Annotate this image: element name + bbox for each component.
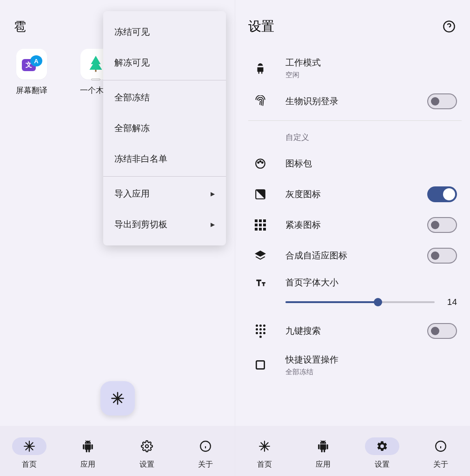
setting-compact[interactable]: 紧凑图标: [235, 210, 470, 240]
setting-label: 图标包: [285, 158, 457, 170]
dialpad-icon: [256, 324, 265, 338]
svg-rect-0: [95, 70, 97, 72]
help-button[interactable]: [441, 19, 457, 34]
chevron-right-icon: ▶: [211, 221, 215, 228]
svg-point-1: [145, 444, 148, 448]
freeze-fab[interactable]: [100, 381, 135, 416]
app-item-translate[interactable]: 文 A 屏幕翻译: [9, 49, 54, 96]
menu-freeze-nonwhitelist[interactable]: 冻结非白名单: [103, 144, 226, 174]
setting-label: 生物识别登录: [285, 95, 414, 107]
context-menu: 冻结可见 解冻可见 全部冻结 全部解冻 冻结非白名单 导入应用▶ 导出到剪切板▶: [103, 11, 226, 245]
setting-grayscale[interactable]: 灰度图标: [235, 179, 470, 210]
contrast-icon: [254, 188, 266, 200]
nav-label: 关于: [198, 460, 213, 469]
android-icon: [317, 440, 329, 452]
menu-import-apps[interactable]: 导入应用▶: [103, 178, 226, 209]
snowflake-icon: [23, 440, 35, 452]
layers-icon: [254, 250, 266, 262]
snowflake-icon: [258, 440, 271, 452]
info-icon: [199, 440, 212, 452]
menu-separator: [103, 80, 226, 80]
nav-apps[interactable]: 应用: [59, 437, 117, 469]
setting-biometric[interactable]: 生物识别登录: [235, 86, 470, 117]
setting-font-size[interactable]: 首页字体大小 14: [235, 271, 470, 316]
settings-list: 工作模式 空闲 生物识别登录 自定义 图标包 灰度图标: [235, 45, 470, 476]
info-icon: [435, 440, 447, 452]
nav-label: 应用: [80, 460, 95, 469]
setting-label: 九键搜索: [285, 325, 414, 337]
app-icon-translate: 文 A: [16, 49, 47, 79]
nav-settings[interactable]: 设置: [353, 437, 411, 469]
adaptive-toggle[interactable]: [427, 248, 457, 264]
setting-label: 首页字体大小: [285, 277, 457, 289]
grayscale-toggle[interactable]: [427, 186, 457, 202]
setting-sub: 空闲: [285, 71, 457, 79]
menu-export-clipboard[interactable]: 导出到剪切板▶: [103, 209, 226, 240]
menu-freeze-all[interactable]: 全部冻结: [103, 82, 226, 113]
left-pane: 雹 文 A 屏幕翻译 一个木函: [0, 0, 235, 476]
text-size-icon: [254, 277, 266, 289]
fingerprint-icon: [254, 95, 266, 107]
nav-apps[interactable]: 应用: [294, 437, 352, 469]
setting-label: 合成自适应图标: [285, 250, 414, 262]
compact-toggle[interactable]: [427, 217, 457, 233]
square-icon: [254, 359, 266, 371]
setting-label: 快捷设置操作: [285, 354, 457, 366]
nav-about[interactable]: 关于: [411, 437, 470, 469]
palette-icon: [254, 158, 266, 170]
font-size-value: 14: [443, 297, 457, 307]
nav-about[interactable]: 关于: [176, 437, 235, 469]
nav-label: 应用: [316, 460, 331, 469]
svg-point-10: [262, 162, 263, 163]
setting-label: 紧凑图标: [285, 219, 414, 231]
font-size-slider[interactable]: [285, 301, 435, 303]
menu-separator: [103, 176, 226, 177]
chevron-right-icon: ▶: [211, 191, 215, 197]
setting-label: 工作模式: [285, 57, 457, 69]
gear-filled-icon: [376, 440, 388, 452]
menu-unfreeze-all[interactable]: 全部解冻: [103, 113, 226, 144]
nav-label: 首页: [257, 460, 272, 469]
svg-point-9: [260, 161, 261, 162]
svg-point-8: [258, 162, 259, 163]
setting-adaptive[interactable]: 合成自适应图标: [235, 240, 470, 271]
nav-home[interactable]: 首页: [235, 437, 294, 469]
nav-label: 设置: [139, 460, 154, 469]
bottom-nav-right: 首页 应用 设置 关于: [235, 426, 470, 476]
setting-sub: 全部冻结: [285, 368, 457, 377]
snowflake-icon: [111, 391, 125, 405]
ninekey-toggle[interactable]: [427, 323, 457, 339]
nav-settings[interactable]: 设置: [118, 437, 176, 469]
settings-title: 设置: [248, 18, 274, 35]
help-icon: [443, 20, 456, 33]
setting-work-mode[interactable]: 工作模式 空闲: [235, 50, 470, 86]
setting-quick-action[interactable]: 快捷设置操作 全部冻结: [235, 346, 470, 377]
menu-unfreeze-visible[interactable]: 解冻可见: [103, 47, 226, 78]
nav-label: 首页: [22, 460, 37, 469]
nav-home[interactable]: 首页: [0, 437, 59, 469]
section-custom: 自定义: [235, 125, 470, 148]
setting-label: 灰度图标: [285, 188, 414, 200]
divider: [248, 120, 462, 121]
grid-icon: [255, 219, 266, 231]
setting-icon-pack[interactable]: 图标包: [235, 148, 470, 179]
android-icon: [254, 62, 266, 74]
app-label: 屏幕翻译: [16, 85, 47, 96]
gear-icon: [141, 440, 153, 452]
setting-ninekey[interactable]: 九键搜索: [235, 316, 470, 346]
bottom-nav-left: 首页 应用 设置 关于: [0, 426, 235, 476]
nav-label: 设置: [375, 460, 390, 469]
biometric-toggle[interactable]: [427, 93, 457, 109]
android-icon: [82, 440, 94, 452]
svg-rect-12: [256, 361, 264, 369]
settings-header: 设置: [235, 0, 470, 45]
menu-freeze-visible[interactable]: 冻结可见: [103, 17, 226, 47]
nav-label: 关于: [433, 460, 448, 469]
right-pane: 设置 工作模式 空闲 生物识别登录 自定义 图标: [235, 0, 470, 476]
